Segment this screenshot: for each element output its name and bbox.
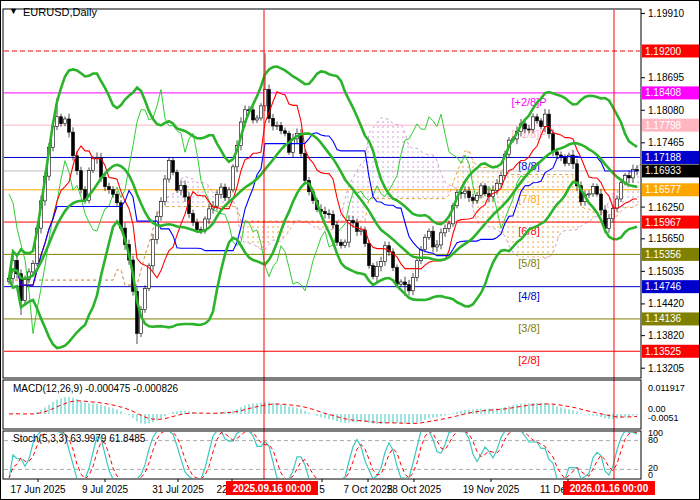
price-tick-label: 1.18695 (648, 72, 685, 83)
candle-body (32, 263, 35, 272)
time-label: 17 Jun 2025 (10, 484, 65, 495)
candle-body (108, 187, 111, 190)
candle-body (616, 199, 619, 208)
murrey-label: [5/8] (518, 257, 539, 269)
price-badge-label: 1.16933 (645, 165, 682, 176)
candle-body (284, 131, 287, 134)
macd-signal-line (9, 401, 637, 424)
time-label: 5 (319, 484, 325, 495)
candle-body (112, 190, 115, 195)
candle-body (72, 132, 75, 156)
candle-body (304, 153, 307, 180)
candle-body (324, 212, 327, 214)
stoch-value-k: 63.9979 (70, 433, 106, 444)
stoch-axis-label: 80 (648, 435, 658, 445)
murrey-label: [7/8] (518, 193, 539, 205)
candle-body (376, 267, 379, 277)
candle-body (368, 244, 371, 266)
candle-body (596, 186, 599, 194)
candle-body (400, 282, 403, 284)
price-tick-label: 1.15035 (648, 266, 685, 277)
price-tick-label: 1.16250 (648, 202, 685, 213)
chart-canvas[interactable]: [+2/8]P[+1/8]P[8/8][7/8][6/8][5/8][4/8][… (1, 1, 700, 500)
price-badge-label: 1.15967 (645, 217, 682, 228)
candle-body (524, 124, 527, 129)
time-label: 28 Oct 2025 (387, 484, 442, 495)
candle-body (436, 245, 439, 247)
main-panel-plot: [+2/8]P[+1/8]P[8/8][7/8][6/8][5/8][4/8][… (4, 51, 700, 366)
murrey-label: [2/8] (518, 354, 539, 366)
candle-body (232, 167, 235, 190)
candle-body (444, 228, 447, 232)
candle-body (344, 242, 347, 245)
candle-body (448, 224, 451, 229)
candle-body (280, 125, 283, 130)
candle-body (228, 190, 231, 198)
candle-body (208, 209, 211, 219)
candle-body (588, 194, 591, 195)
candle-body (220, 187, 223, 194)
candle-body (556, 152, 559, 155)
candle-body (68, 119, 71, 132)
candle-body (252, 110, 255, 120)
candle-body (484, 186, 487, 194)
candle-body (380, 262, 383, 267)
candle-body (496, 183, 499, 190)
candle-body (224, 187, 227, 198)
macd-panel-plot (9, 397, 637, 424)
price-badge-label: 1.16577 (645, 184, 682, 195)
candle-body (60, 117, 63, 124)
candle-body (424, 237, 427, 249)
candle-body (24, 279, 27, 300)
candle-body (408, 285, 411, 291)
symbol-dropdown-icon[interactable]: ▼ (9, 6, 18, 16)
price-badge-label: 1.19200 (645, 46, 682, 57)
candle-body (372, 266, 375, 277)
candle-body (164, 179, 167, 202)
candle-body (404, 282, 407, 285)
candle-body (332, 214, 335, 225)
candle-body (272, 118, 275, 126)
candle-body (628, 176, 631, 178)
candle-body (64, 119, 67, 124)
event-time-badge-label: 2025.09.16 00:00 (233, 483, 312, 494)
macd-axis-label: -0.0051 (648, 413, 679, 423)
candle-body (540, 121, 543, 127)
candle-body (156, 216, 159, 239)
price-badge-label: 1.17798 (645, 120, 682, 131)
candle-body (336, 225, 339, 242)
candle-body (620, 183, 623, 199)
price-badge-label: 1.17188 (645, 152, 682, 163)
candle-body (92, 158, 95, 170)
symbol-timeframe-label[interactable]: EURUSD,Daily (23, 6, 97, 18)
chart-window: [+2/8]P[+1/8]P[8/8][7/8][6/8][5/8][4/8][… (0, 0, 700, 500)
candle-body (328, 214, 331, 215)
price-badge-label: 1.13525 (645, 346, 682, 357)
time-label: 19 Nov 2025 (463, 484, 520, 495)
stoch-indicator-label: Stoch(5,3,3) 63.9979 61.8485 (13, 433, 145, 444)
candle-body (564, 157, 567, 163)
candle-body (532, 117, 535, 130)
price-tick-label: 1.19910 (648, 8, 685, 19)
candle-body (592, 186, 595, 194)
candle-body (276, 125, 279, 126)
price-badge-label: 1.14136 (645, 313, 682, 324)
candle-body (260, 106, 263, 118)
candle-body (428, 231, 431, 237)
price-badge-label: 1.14746 (645, 281, 682, 292)
candle-body (160, 202, 163, 217)
stoch-value-d: 61.8485 (109, 433, 145, 444)
candle-body (340, 242, 343, 245)
time-label: 31 Jul 2025 (152, 484, 204, 495)
candle-body (600, 194, 603, 210)
macd-value-signal: -0.000826 (133, 383, 178, 394)
candle-body (216, 195, 219, 207)
candle-body (384, 246, 387, 262)
time-label: 7 Oct 2025 (344, 484, 393, 495)
candle-body (432, 231, 435, 247)
candle-body (536, 117, 539, 121)
candle-body (476, 195, 479, 200)
candle-body (176, 172, 179, 190)
candle-body (396, 268, 399, 285)
event-time-badge-label: 2026.01.16 00:00 (570, 483, 649, 494)
